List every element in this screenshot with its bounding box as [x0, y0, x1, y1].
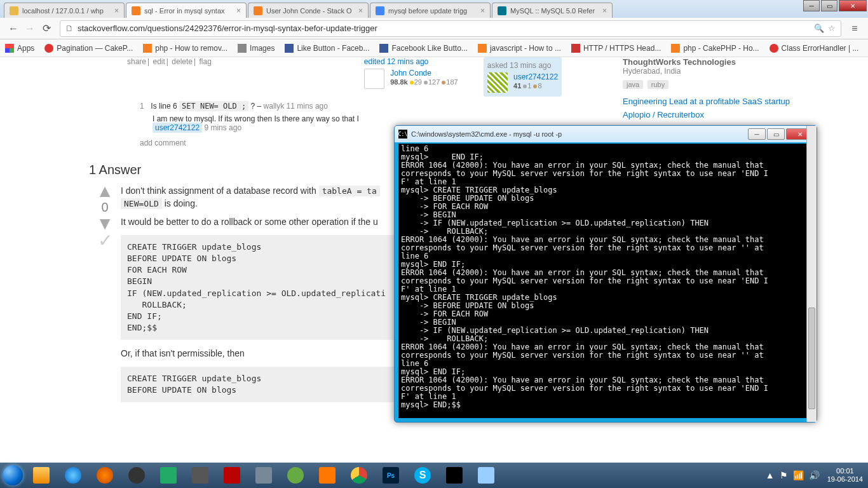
- favicon-icon: [285, 44, 294, 53]
- favicon-icon: [143, 44, 152, 53]
- asked-time: asked 13 mins ago: [487, 61, 558, 70]
- flag-link[interactable]: flag: [200, 57, 212, 66]
- favicon-icon: [254, 6, 262, 15]
- tab-title: sql - Error in mysql syntax: [144, 7, 233, 15]
- chrome-menu-button[interactable]: ≡: [846, 20, 863, 37]
- taskbar-notepad[interactable]: [471, 464, 501, 486]
- taskbar-filezilla[interactable]: [217, 464, 247, 486]
- address-bar[interactable]: 🗋 stackoverflow.com/questions/24292376/e…: [60, 20, 841, 37]
- chrome-window-controls: ─ ▭ ✕: [802, 0, 867, 11]
- windows-taskbar: Ps S ▲ ⚑ 📶 🔊 00:01 19-06-2014: [0, 463, 868, 488]
- window-maximize-button[interactable]: ▭: [821, 0, 837, 11]
- share-link[interactable]: share: [127, 57, 146, 66]
- taskbar-wmp[interactable]: [90, 464, 120, 486]
- scrollbar-thumb[interactable]: [808, 308, 815, 409]
- comment-user[interactable]: user2742122: [153, 123, 202, 133]
- cmd-maximize-button[interactable]: ▭: [767, 128, 785, 140]
- tray-expand-icon[interactable]: ▲: [766, 470, 775, 480]
- comment-user[interactable]: wallyk: [264, 102, 285, 111]
- taskbar-app[interactable]: [121, 464, 152, 486]
- bookmark-star-icon[interactable]: ☆: [828, 24, 836, 33]
- job-link[interactable]: Engineering Lead at a profitable SaaS st…: [623, 97, 790, 106]
- taskbar-photoshop[interactable]: Ps: [376, 464, 406, 486]
- avatar: [487, 72, 508, 93]
- bookmark-item[interactable]: Facebook Like Butto...: [379, 44, 467, 53]
- favicon-icon: [379, 44, 388, 53]
- chrome-tab-active[interactable]: sql - Error in mysql syntax×: [126, 3, 247, 18]
- downvote-button[interactable]: ▼: [89, 217, 121, 230]
- avatar: [364, 69, 384, 89]
- chrome-tab[interactable]: mysql before update trigg×: [370, 3, 491, 18]
- search-icon[interactable]: 🔍: [814, 24, 824, 33]
- tag[interactable]: ruby: [648, 80, 668, 89]
- tag[interactable]: java: [623, 80, 643, 89]
- tab-close-icon[interactable]: ×: [480, 6, 485, 15]
- accept-check-icon[interactable]: ✓: [89, 230, 121, 251]
- chrome-tab[interactable]: localhost / 127.0.0.1 / whp×: [4, 3, 125, 18]
- bookmark-item[interactable]: Pagination — CakeP...: [44, 44, 133, 53]
- chrome-toolbar: ← → ⟳ 🗋 stackoverflow.com/questions/2429…: [0, 18, 868, 39]
- bookmark-item[interactable]: javascript - How to ...: [478, 44, 561, 53]
- cmd-minimize-button[interactable]: ─: [748, 128, 766, 140]
- job-link[interactable]: Aplopio / Recruiterbox: [623, 110, 790, 119]
- edit-link[interactable]: edit: [153, 57, 165, 66]
- company-card: ThoughtWorks Technologies Hyderabad, Ind…: [623, 57, 790, 119]
- start-button[interactable]: [0, 463, 25, 488]
- tab-close-icon[interactable]: ×: [358, 6, 363, 15]
- bookmark-item[interactable]: php - CakePHP - Ho...: [671, 44, 759, 53]
- taskbar-explorer[interactable]: [26, 464, 57, 486]
- asker-name[interactable]: user2742122: [513, 72, 558, 81]
- bookmark-apps[interactable]: Apps: [5, 44, 34, 53]
- cmd-titlebar[interactable]: C:\ C:\windows\system32\cmd.exe - mysql …: [395, 126, 817, 142]
- post-actions: share| edit| delete| flag edited 12 mins…: [127, 57, 610, 97]
- tab-title: mysql before update trigg: [388, 7, 477, 15]
- cmd-scrollbar[interactable]: [806, 126, 817, 422]
- tab-close-icon[interactable]: ×: [602, 6, 607, 15]
- bookmark-item[interactable]: Images: [238, 44, 275, 53]
- tab-title: localhost / 127.0.0.1 / whp: [22, 7, 111, 15]
- vote-column: ▲ 0 ▼ ✓: [89, 185, 121, 410]
- taskbar-app[interactable]: [280, 464, 311, 486]
- apps-icon: [5, 44, 14, 53]
- taskbar-chrome[interactable]: [344, 464, 374, 486]
- chrome-tab[interactable]: MySQL :: MySQL 5.0 Refer×: [492, 3, 613, 18]
- tray-network-icon[interactable]: 📶: [793, 470, 804, 480]
- tray-volume-icon[interactable]: 🔊: [809, 470, 820, 480]
- taskbar-clock[interactable]: 00:01 19-06-2014: [827, 467, 863, 484]
- window-close-button[interactable]: ✕: [839, 0, 867, 11]
- bookmarks-bar: Apps Pagination — CakeP... php - How to …: [0, 39, 868, 57]
- favicon-icon: [238, 44, 247, 53]
- tray-flag-icon[interactable]: ⚑: [780, 470, 788, 480]
- taskbar-ie[interactable]: [58, 464, 88, 486]
- back-button[interactable]: ←: [5, 20, 22, 37]
- tab-close-icon[interactable]: ×: [236, 6, 241, 15]
- bookmark-item[interactable]: Like Button - Faceb...: [285, 44, 369, 53]
- editor-name[interactable]: John Conde: [390, 69, 431, 78]
- upvote-button[interactable]: ▲: [89, 185, 121, 198]
- taskbar-app[interactable]: [153, 464, 184, 486]
- url-text: stackoverflow.com/questions/24292376/err…: [78, 24, 810, 33]
- bookmark-item[interactable]: Class ErrorHandler | ...: [770, 44, 859, 53]
- window-minimize-button[interactable]: ─: [803, 0, 820, 11]
- delete-link[interactable]: delete: [172, 57, 193, 66]
- favicon-icon: [376, 6, 384, 15]
- cmd-icon: C:\: [398, 130, 407, 139]
- taskbar-app[interactable]: [185, 464, 215, 486]
- bookmark-item[interactable]: HTTP / HTTPS Head...: [571, 44, 661, 53]
- chrome-tab[interactable]: User John Conde - Stack O×: [248, 3, 369, 18]
- forward-button[interactable]: →: [22, 20, 38, 37]
- reload-button[interactable]: ⟳: [38, 20, 55, 37]
- favicon-icon: [132, 6, 140, 15]
- cmd-output[interactable]: line 6 mysql> END IF; ERROR 1064 (42000)…: [398, 144, 813, 418]
- edited-time: edited 12 mins ago: [364, 57, 458, 66]
- taskbar-app[interactable]: [248, 464, 279, 486]
- taskbar-xampp[interactable]: [312, 464, 342, 486]
- bookmark-item[interactable]: php - How to remov...: [143, 44, 227, 53]
- taskbar-cmd[interactable]: [439, 464, 470, 486]
- chrome-tab-strip: localhost / 127.0.0.1 / whp× sql - Error…: [0, 0, 868, 18]
- tab-close-icon[interactable]: ×: [114, 6, 119, 15]
- page-icon: 🗋: [65, 24, 74, 33]
- favicon-icon: [498, 6, 506, 15]
- taskbar-skype[interactable]: S: [407, 464, 438, 486]
- cmd-window[interactable]: C:\ C:\windows\system32\cmd.exe - mysql …: [394, 125, 817, 423]
